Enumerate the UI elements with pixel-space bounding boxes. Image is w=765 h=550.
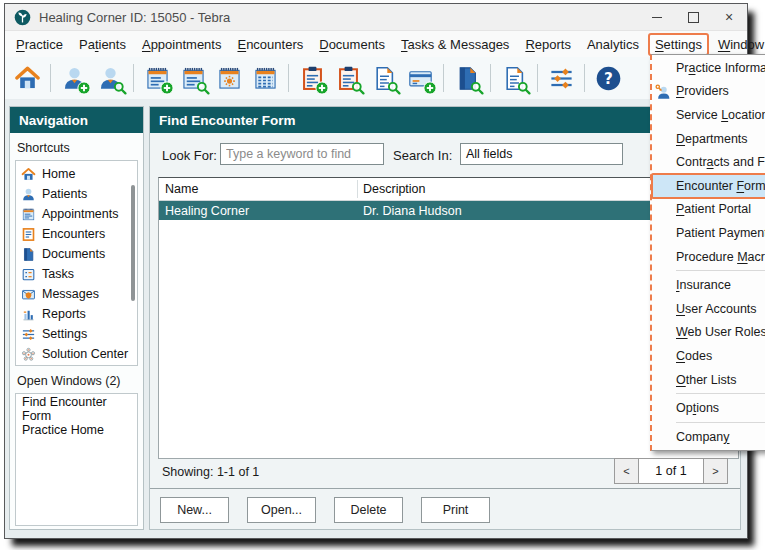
- find-patient-button[interactable]: [92, 60, 128, 96]
- customize-button[interactable]: [543, 60, 579, 96]
- toolbar-group: [294, 60, 438, 96]
- search-in-dropdown[interactable]: All fields: [460, 143, 623, 165]
- new-payment-button[interactable]: [402, 60, 438, 96]
- settings-menu-item-web-user-roles[interactable]: Web User Roles: [652, 321, 765, 345]
- shortcuts-scrollbar[interactable]: [131, 185, 135, 301]
- settings-menu-item-procedure-macros[interactable]: Procedure Macros: [652, 245, 765, 269]
- find-appointment-button[interactable]: [175, 60, 211, 96]
- calendar-day-view-button[interactable]: [211, 60, 247, 96]
- menu-item-label: User Accounts: [676, 302, 757, 316]
- menu-reports[interactable]: Reports: [519, 34, 577, 55]
- sidebar-item-label: Messages: [42, 287, 99, 301]
- toolbar: ?: [5, 57, 747, 100]
- home-icon: [21, 167, 36, 182]
- settings-menu-item-encounter-forms[interactable]: Encounter Forms: [652, 174, 765, 198]
- toolbar-divider: [443, 64, 444, 92]
- calendar-month-view-button[interactable]: [247, 60, 283, 96]
- sidebar-item-label: Documents: [42, 247, 105, 261]
- menu-separator: [676, 422, 765, 423]
- add-badge-icon: [423, 81, 437, 95]
- find-claim-button[interactable]: [366, 60, 402, 96]
- menu-settings[interactable]: Settings: [649, 34, 708, 55]
- look-for-label: Look For:: [162, 148, 217, 163]
- print-button[interactable]: Print: [421, 497, 490, 523]
- toolbar-divider: [50, 64, 51, 92]
- settings-menu-item-practice-information[interactable]: Practice Information: [652, 56, 765, 80]
- sidebar-item-appointments[interactable]: Appointments: [16, 204, 137, 224]
- toolbar-divider: [133, 64, 134, 92]
- sidebar-item-encounters[interactable]: Encounters: [16, 224, 137, 244]
- settings-menu-item-departments[interactable]: Departments: [652, 127, 765, 151]
- find-report-button[interactable]: [496, 60, 532, 96]
- sliders-icon: [548, 65, 575, 92]
- delete-button[interactable]: Delete: [334, 497, 403, 523]
- settings-menu-item-service-locations[interactable]: Service Locations: [652, 103, 765, 127]
- sidebar-item-settings[interactable]: Settings: [16, 324, 137, 344]
- open-window-find-encounter-form[interactable]: Find Encounter Form: [16, 398, 137, 419]
- find-encounter-button[interactable]: [330, 60, 366, 96]
- new-patient-button[interactable]: [56, 60, 92, 96]
- settings-menu-item-user-accounts[interactable]: User Accounts: [652, 297, 765, 321]
- menu-item-label: Other Lists: [676, 373, 736, 387]
- menu-practice[interactable]: Practice: [10, 34, 69, 55]
- menu-item-label: Procedure Macros: [676, 250, 765, 264]
- practice-home-button[interactable]: [9, 60, 45, 96]
- menu-appointments[interactable]: Appointments: [136, 34, 228, 55]
- navigation-header: Navigation: [10, 107, 143, 133]
- sidebar-item-home[interactable]: Home: [16, 164, 137, 184]
- toolbar-group: ?: [590, 60, 626, 96]
- settings-menu-item-patient-payments[interactable]: Patient Payments: [652, 221, 765, 245]
- menu-documents[interactable]: Documents: [313, 34, 391, 55]
- sidebar-item-messages[interactable]: Messages: [16, 284, 137, 304]
- sidebar-item-documents[interactable]: Documents: [16, 244, 137, 264]
- toolbar-divider: [537, 64, 538, 92]
- menu-patients[interactable]: Patients: [73, 34, 132, 55]
- cal-grid-icon: [252, 65, 279, 92]
- sliders-icon: [21, 327, 36, 342]
- column-header-name[interactable]: Name: [159, 178, 357, 200]
- note-icon: [21, 207, 36, 222]
- menu-separator: [676, 270, 765, 271]
- add-badge-icon: [77, 81, 91, 95]
- column-divider[interactable]: [357, 180, 358, 198]
- sidebar-item-tasks[interactable]: Tasks: [16, 264, 137, 284]
- sidebar-item-solution-center[interactable]: Solution Center: [16, 344, 137, 364]
- page-prev-button[interactable]: <: [614, 458, 639, 484]
- home-icon: [14, 65, 41, 92]
- search-badge-icon: [470, 81, 484, 95]
- sidebar-item-label: Reports: [42, 307, 86, 321]
- main-area: Navigation Shortcuts HomePatientsAppoint…: [5, 99, 747, 538]
- settings-menu-item-contracts-and-fees[interactable]: Contracts and Fees: [652, 150, 765, 174]
- menu-tasks-messages[interactable]: Tasks & Messages: [395, 34, 515, 55]
- page-next-button[interactable]: >: [703, 458, 728, 484]
- menu-encounters[interactable]: Encounters: [231, 34, 309, 55]
- new-appointment-button[interactable]: [139, 60, 175, 96]
- look-for-input[interactable]: [220, 143, 384, 165]
- settings-menu-item-providers[interactable]: Providers: [652, 80, 765, 104]
- sidebar-item-label: Appointments: [42, 207, 118, 221]
- settings-menu-item-codes[interactable]: Codes: [652, 344, 765, 368]
- panel-title: Find Encounter Form: [159, 113, 296, 128]
- new-encounter-button[interactable]: [294, 60, 330, 96]
- settings-menu-item-insurance[interactable]: Insurance: [652, 273, 765, 297]
- maximize-button[interactable]: [675, 4, 711, 30]
- menu-bar: PracticePatientsAppointmentsEncountersDo…: [5, 31, 747, 57]
- sidebar-item-label: Settings: [42, 327, 87, 341]
- settings-menu-item-other-lists[interactable]: Other Lists: [652, 368, 765, 392]
- open-button[interactable]: Open...: [247, 497, 316, 523]
- find-document-button[interactable]: [449, 60, 485, 96]
- search-in-value: All fields: [466, 147, 513, 161]
- close-button[interactable]: ×: [711, 4, 747, 30]
- menu-window[interactable]: Window: [712, 34, 765, 55]
- menu-analytics[interactable]: Analytics: [581, 34, 645, 55]
- sidebar-item-reports[interactable]: Reports: [16, 304, 137, 324]
- toolbar-divider: [584, 64, 585, 92]
- settings-menu-item-options[interactable]: Options: [652, 396, 765, 420]
- minimize-button[interactable]: [639, 4, 675, 30]
- help-button[interactable]: ?: [590, 60, 626, 96]
- new-button[interactable]: New...: [160, 497, 229, 523]
- sidebar-item-patients[interactable]: Patients: [16, 184, 137, 204]
- settings-menu-item-patient-portal[interactable]: Patient Portal: [652, 198, 765, 222]
- settings-menu-item-company[interactable]: Company: [652, 425, 765, 449]
- shortcuts-list: HomePatientsAppointmentsEncountersDocume…: [15, 160, 138, 366]
